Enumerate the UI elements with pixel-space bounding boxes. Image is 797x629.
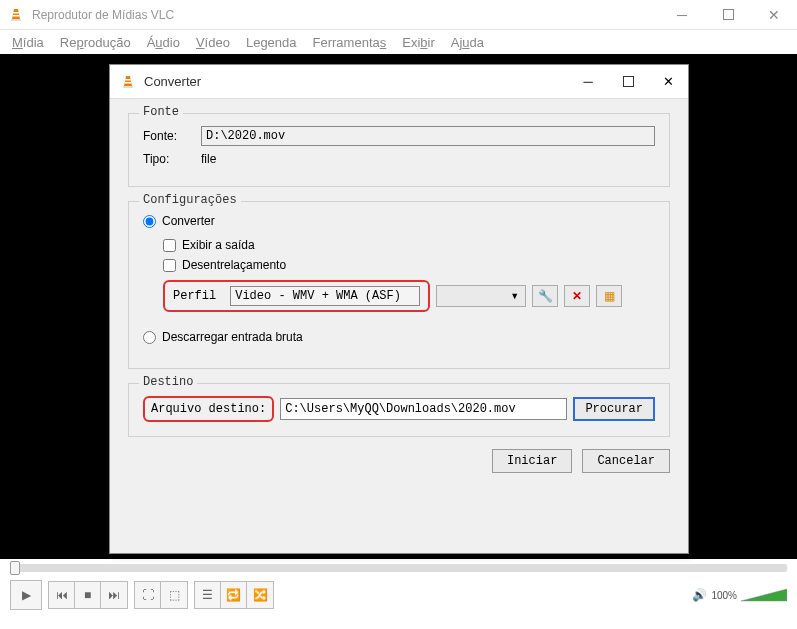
- converter-dialog: Converter ─ ✕ Fonte Fonte: D:\2020.mov T…: [109, 64, 689, 554]
- deinterlace-checkbox[interactable]: Desentrelaçamento: [163, 258, 655, 272]
- start-button[interactable]: Iniciar: [492, 449, 572, 473]
- dump-raw-label: Descarregar entrada bruta: [162, 330, 303, 344]
- menubar: Mídia Reprodução Áudio Vídeo Legenda Fer…: [0, 30, 797, 54]
- profile-select[interactable]: Video - WMV + WMA (ASF): [230, 286, 420, 306]
- source-group: Fonte Fonte: D:\2020.mov Tipo: file: [128, 113, 670, 187]
- player-controls: ▶ ⏮ ■ ⏭ ⛶ ⬚ ☰ 🔁 🔀 🔊 100%: [0, 577, 797, 613]
- seek-track[interactable]: [10, 564, 787, 572]
- source-label: Fonte:: [143, 129, 201, 143]
- ext-settings-button[interactable]: ⬚: [161, 582, 187, 608]
- dialog-titlebar: Converter ─ ✕: [110, 65, 688, 99]
- menu-ferramentas[interactable]: Ferramentas: [313, 35, 387, 50]
- profile-dropdown-arrow[interactable]: ▼: [436, 285, 526, 307]
- dialog-title: Converter: [144, 74, 568, 89]
- seek-thumb[interactable]: [10, 561, 20, 575]
- svg-rect-1: [11, 19, 21, 21]
- playlist-button[interactable]: ☰: [195, 582, 221, 608]
- dialog-close-button[interactable]: ✕: [648, 65, 688, 99]
- convert-radio-label: Converter: [162, 214, 215, 228]
- wrench-icon: 🔧: [538, 289, 553, 303]
- settings-legend: Configurações: [139, 193, 241, 207]
- minimize-button[interactable]: ─: [659, 0, 705, 30]
- menu-exibir[interactable]: Exibir: [402, 35, 435, 50]
- delete-profile-button[interactable]: ✕: [564, 285, 590, 307]
- show-output-checkbox[interactable]: Exibir a saída: [163, 238, 655, 252]
- profile-highlight: Perfil Video - WMV + WMA (ASF): [163, 280, 430, 312]
- stop-button[interactable]: ■: [75, 582, 101, 608]
- dialog-maximize-button[interactable]: [608, 65, 648, 99]
- svg-rect-2: [13, 12, 19, 14]
- profile-row: Perfil Video - WMV + WMA (ASF) ▼ 🔧 ✕ ▦: [163, 280, 655, 312]
- svg-rect-4: [723, 10, 733, 20]
- svg-rect-6: [123, 86, 133, 88]
- show-output-checkbox-input[interactable]: [163, 239, 176, 252]
- svg-rect-9: [623, 77, 633, 87]
- next-button[interactable]: ⏭: [101, 582, 127, 608]
- dump-raw-radio[interactable]: Descarregar entrada bruta: [143, 330, 655, 344]
- svg-marker-5: [124, 76, 132, 86]
- type-value: file: [201, 152, 655, 166]
- destination-file-input[interactable]: [280, 398, 567, 420]
- convert-radio-input[interactable]: [143, 215, 156, 228]
- svg-marker-0: [12, 9, 20, 19]
- menu-legenda[interactable]: Legenda: [246, 35, 297, 50]
- show-output-label: Exibir a saída: [182, 238, 255, 252]
- next-icon: ⏭: [108, 588, 120, 602]
- browse-button[interactable]: Procurar: [573, 397, 655, 421]
- shuffle-button[interactable]: 🔀: [247, 582, 273, 608]
- menu-video[interactable]: Vídeo: [196, 35, 230, 50]
- menu-audio[interactable]: Áudio: [147, 35, 180, 50]
- equalizer-icon: ⬚: [169, 588, 180, 602]
- menu-reproducao[interactable]: Reprodução: [60, 35, 131, 50]
- play-icon: ▶: [22, 588, 31, 602]
- destination-group: Destino Arquivo destino: Procurar: [128, 383, 670, 437]
- vlc-cone-icon: [8, 7, 24, 23]
- destination-file-label: Arquivo destino:: [143, 396, 274, 422]
- profile-label: Perfil: [173, 289, 216, 303]
- edit-profile-button[interactable]: 🔧: [532, 285, 558, 307]
- menu-ajuda[interactable]: Ajuda: [451, 35, 484, 50]
- maximize-button[interactable]: [705, 0, 751, 30]
- new-icon: ▦: [604, 289, 615, 303]
- type-label: Tipo:: [143, 152, 201, 166]
- volume-control[interactable]: 🔊 100%: [692, 587, 787, 603]
- deinterlace-label: Desentrelaçamento: [182, 258, 286, 272]
- fullscreen-button[interactable]: ⛶: [135, 582, 161, 608]
- delete-icon: ✕: [572, 289, 582, 303]
- main-titlebar: Reprodutor de Mídias VLC ─ ✕: [0, 0, 797, 30]
- speaker-icon: 🔊: [692, 588, 707, 602]
- shuffle-icon: 🔀: [253, 588, 268, 602]
- dialog-minimize-button[interactable]: ─: [568, 65, 608, 99]
- destination-legend: Destino: [139, 375, 197, 389]
- prev-icon: ⏮: [56, 588, 68, 602]
- source-legend: Fonte: [139, 105, 183, 119]
- stop-icon: ■: [84, 588, 91, 602]
- cancel-button[interactable]: Cancelar: [582, 449, 670, 473]
- convert-radio[interactable]: Converter: [143, 214, 655, 228]
- menu-midia[interactable]: Mídia: [12, 35, 44, 50]
- volume-percent: 100%: [711, 590, 737, 601]
- vlc-cone-icon: [120, 74, 136, 90]
- deinterlace-checkbox-input[interactable]: [163, 259, 176, 272]
- svg-marker-10: [741, 589, 787, 601]
- settings-group: Configurações Converter Exibir a saída D…: [128, 201, 670, 369]
- new-profile-button[interactable]: ▦: [596, 285, 622, 307]
- loop-button[interactable]: 🔁: [221, 582, 247, 608]
- dump-raw-radio-input[interactable]: [143, 331, 156, 344]
- main-window-title: Reprodutor de Mídias VLC: [32, 8, 659, 22]
- svg-rect-3: [13, 15, 20, 17]
- volume-slider[interactable]: [741, 587, 787, 603]
- play-button[interactable]: ▶: [10, 580, 42, 610]
- prev-button[interactable]: ⏮: [49, 582, 75, 608]
- playlist-icon: ☰: [202, 588, 213, 602]
- dialog-buttons: Iniciar Cancelar: [110, 437, 688, 485]
- seek-bar[interactable]: [0, 559, 797, 577]
- svg-rect-8: [125, 82, 132, 84]
- fullscreen-icon: ⛶: [142, 588, 154, 602]
- loop-icon: 🔁: [226, 588, 241, 602]
- close-button[interactable]: ✕: [751, 0, 797, 30]
- video-area: Converter ─ ✕ Fonte Fonte: D:\2020.mov T…: [0, 54, 797, 559]
- svg-rect-7: [125, 79, 131, 81]
- source-path-field[interactable]: D:\2020.mov: [201, 126, 655, 146]
